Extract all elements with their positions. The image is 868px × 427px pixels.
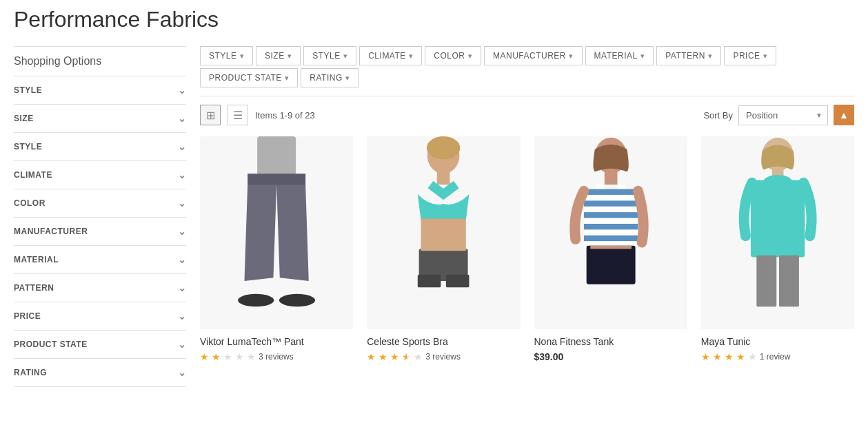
product-image-nona-tank[interactable] <box>534 136 687 329</box>
sidebar-filter-label-manufacturer: MANUFACTURER <box>14 227 88 236</box>
svg-rect-1 <box>248 174 305 185</box>
svg-rect-23 <box>586 246 635 284</box>
product-price-nona-tank: $39.00 <box>534 351 687 362</box>
filter-btn-style2[interactable]: STYLE▾ <box>303 46 356 65</box>
svg-rect-18 <box>583 189 637 195</box>
filter-btn-price[interactable]: PRICE▾ <box>724 46 776 65</box>
sidebar-filter-header-style[interactable]: STYLE ⌄ <box>14 76 186 104</box>
filter-btn-size[interactable]: SIZE▾ <box>256 46 301 65</box>
sidebar-filter-label-price: PRICE <box>14 311 41 321</box>
sidebar-filter-header-manufacturer[interactable]: MANUFACTURER ⌄ <box>14 218 186 245</box>
product-name-nona-tank[interactable]: Nona Fitness Tank <box>534 336 687 347</box>
svg-rect-14 <box>604 171 617 185</box>
sort-select-wrapper: PositionNamePrice <box>738 105 828 125</box>
filter-btn-style[interactable]: STYLE▾ <box>200 46 253 65</box>
product-name-celeste-bra[interactable]: Celeste Sports Bra <box>367 336 520 347</box>
filter-btn-product_state[interactable]: PRODUCT STATE▾ <box>200 68 298 87</box>
sidebar-filter-header-pattern[interactable]: PATTERN ⌄ <box>14 274 186 302</box>
sidebar-filter-color[interactable]: COLOR ⌄ <box>14 189 186 218</box>
svg-rect-0 <box>257 136 296 175</box>
sort-select[interactable]: PositionNamePrice <box>738 105 828 125</box>
sort-direction-button[interactable]: ▲ <box>834 105 854 125</box>
list-view-button[interactable]: ☰ <box>228 105 248 125</box>
svg-rect-21 <box>583 224 637 229</box>
filter-btn-climate[interactable]: CLIMATE▾ <box>359 46 422 65</box>
filter-label-size: SIZE <box>265 51 285 61</box>
star-filled: ★ <box>212 351 221 362</box>
sidebar-filter-style2[interactable]: STYLE ⌄ <box>14 133 186 161</box>
sidebar-filter-header-material[interactable]: MATERIAL ⌄ <box>14 246 186 273</box>
sidebar-filter-pattern[interactable]: PATTERN ⌄ <box>14 274 186 302</box>
toolbar-right: Sort By PositionNamePrice ▲ <box>703 105 854 125</box>
filter-btn-pattern[interactable]: PATTERN▾ <box>656 46 721 65</box>
product-name-viktor-luma[interactable]: Viktor LumaTech™ Pant <box>200 336 353 347</box>
sidebar-filter-header-style2[interactable]: STYLE ⌄ <box>14 133 186 160</box>
sidebar: Shopping Options STYLE ⌄ SIZE ⌄ STYLE ⌄ … <box>14 46 186 387</box>
svg-point-7 <box>427 136 461 160</box>
chevron-down-icon: ▾ <box>708 52 713 61</box>
sidebar-filter-climate[interactable]: CLIMATE ⌄ <box>14 161 186 189</box>
product-image-maya-tunic[interactable] <box>701 136 854 329</box>
sidebar-filter-label-rating: RATING <box>14 368 47 377</box>
svg-rect-10 <box>418 275 441 288</box>
svg-rect-15 <box>596 185 603 189</box>
chevron-down-icon: ▾ <box>240 52 245 61</box>
filter-label-climate: CLIMATE <box>368 51 406 61</box>
sidebar-filter-material[interactable]: MATERIAL ⌄ <box>14 246 186 274</box>
svg-rect-30 <box>779 256 799 307</box>
sidebar-filters: STYLE ⌄ SIZE ⌄ STYLE ⌄ CLIMATE ⌄ COLOR ⌄… <box>14 76 186 387</box>
product-reviews-celeste-bra: 3 reviews <box>425 352 461 362</box>
filter-bar: STYLE▾SIZE▾STYLE▾CLIMATE▾COLOR▾MANUFACTU… <box>200 46 854 96</box>
chevron-down-icon: ⌄ <box>178 367 187 378</box>
svg-rect-12 <box>421 218 466 251</box>
sidebar-filter-price[interactable]: PRICE ⌄ <box>14 302 186 331</box>
items-count: Items 1-9 of 23 <box>255 110 315 121</box>
sidebar-filter-rating[interactable]: RATING ⌄ <box>14 359 186 387</box>
star-filled: ★ <box>200 351 209 362</box>
filter-btn-rating[interactable]: RATING▾ <box>301 68 359 87</box>
product-reviews-maya-tunic: 1 review <box>760 352 791 362</box>
filter-label-material: MATERIAL <box>594 51 638 61</box>
svg-rect-22 <box>583 236 637 241</box>
sidebar-filter-product_state[interactable]: PRODUCT STATE ⌄ <box>14 331 186 359</box>
chevron-down-icon: ▾ <box>345 74 350 83</box>
sidebar-filter-label-size: SIZE <box>14 114 34 123</box>
star-empty: ★ <box>414 351 423 362</box>
sidebar-filter-label-climate: CLIMATE <box>14 170 52 180</box>
sidebar-filter-header-price[interactable]: PRICE ⌄ <box>14 302 186 330</box>
product-image-celeste-bra[interactable] <box>367 136 520 329</box>
product-card-nona-tank: Nona Fitness Tank $39.00 <box>534 136 687 365</box>
star-filled: ★ <box>725 351 734 362</box>
svg-rect-11 <box>446 275 470 288</box>
sidebar-filter-label-pattern: PATTERN <box>14 283 54 293</box>
sidebar-filter-header-climate[interactable]: CLIMATE ⌄ <box>14 161 186 189</box>
sort-label: Sort By <box>703 110 733 121</box>
product-grid: Viktor LumaTech™ Pant ★★★★★ 3 reviews <box>200 136 854 365</box>
product-name-maya-tunic[interactable]: Maya Tunic <box>701 336 854 347</box>
filter-btn-manufacturer[interactable]: MANUFACTURER▾ <box>484 46 583 65</box>
grid-view-button[interactable]: ⊞ <box>200 105 221 125</box>
sidebar-filter-style[interactable]: STYLE ⌄ <box>14 76 186 105</box>
sidebar-filter-size[interactable]: SIZE ⌄ <box>14 105 186 133</box>
star-empty: ★ <box>748 351 757 362</box>
product-card-viktor-luma: Viktor LumaTech™ Pant ★★★★★ 3 reviews <box>200 136 353 365</box>
grid-icon: ⊞ <box>206 109 215 122</box>
filter-btn-color[interactable]: COLOR▾ <box>425 46 481 65</box>
product-image-viktor-luma[interactable] <box>200 136 353 329</box>
sidebar-filter-header-color[interactable]: COLOR ⌄ <box>14 189 186 217</box>
sidebar-filter-manufacturer[interactable]: MANUFACTURER ⌄ <box>14 218 186 246</box>
sidebar-filter-header-rating[interactable]: RATING ⌄ <box>14 359 186 386</box>
svg-rect-29 <box>756 256 776 307</box>
chevron-down-icon: ▾ <box>409 52 414 61</box>
sidebar-filter-header-size[interactable]: SIZE ⌄ <box>14 105 186 132</box>
svg-rect-20 <box>583 212 637 218</box>
chevron-down-icon: ⌄ <box>178 85 187 96</box>
sort-up-icon: ▲ <box>839 110 849 121</box>
svg-point-28 <box>763 175 791 188</box>
chevron-down-icon: ▾ <box>287 52 292 61</box>
sidebar-filter-label-color: COLOR <box>14 198 46 208</box>
chevron-down-icon: ⌄ <box>178 169 187 180</box>
sidebar-filter-header-product_state[interactable]: PRODUCT STATE ⌄ <box>14 331 186 358</box>
chevron-down-icon: ▾ <box>468 52 473 61</box>
filter-btn-material[interactable]: MATERIAL▾ <box>585 46 654 65</box>
